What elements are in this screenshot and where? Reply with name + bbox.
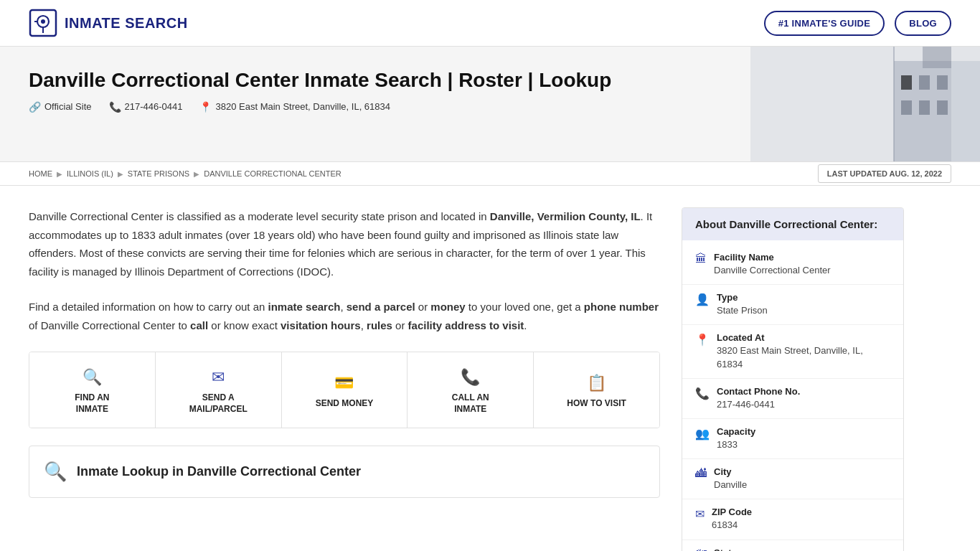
capacity-label: Capacity: [717, 426, 755, 437]
zip-icon: ✉: [695, 507, 705, 521]
logo[interactable]: INMATE SEARCH: [29, 9, 188, 37]
bc-sep-2: ▶: [118, 170, 123, 178]
description-para-1: Danville Correctional Center is classifi…: [29, 207, 660, 281]
contact-phone-label: Contact Phone No.: [717, 386, 800, 397]
about-located-at: 📍 Located At 3820 East Main Street, Danv…: [682, 325, 903, 378]
send-mail-label: SEND AMAIL/PARCEL: [189, 392, 248, 415]
official-site-link[interactable]: 🔗 Official Site: [29, 101, 92, 113]
action-cards: 🔍 FIND ANINMATE ✉ SEND AMAIL/PARCEL 💳 SE…: [29, 352, 660, 428]
about-state: 🗺 State Illinois (IL): [682, 540, 903, 552]
type-value: State Prison: [717, 304, 768, 317]
located-at-label: Located At: [717, 332, 890, 343]
header-nav: #1 INMATE'S GUIDE BLOG: [764, 11, 951, 36]
type-icon: 👤: [695, 293, 710, 306]
send-money-card[interactable]: 💳 SEND MONEY: [282, 352, 408, 428]
find-inmate-card[interactable]: 🔍 FIND ANINMATE: [29, 352, 156, 428]
phone-meta: 📞 217-446-0441: [109, 101, 183, 113]
call-inmate-icon: 📞: [461, 368, 480, 387]
blog-button[interactable]: BLOG: [895, 11, 951, 36]
find-inmate-icon: 🔍: [83, 368, 102, 387]
state-icon: 🗺: [695, 548, 707, 552]
hero-content: Danville Correctional Center Inmate Sear…: [0, 47, 646, 137]
zip-label: ZIP Code: [712, 507, 752, 517]
address-meta: 📍 3820 East Main Street, Danville, IL, 6…: [199, 101, 390, 113]
page-title: Danville Correctional Center Inmate Sear…: [29, 68, 617, 93]
lookup-search-icon: 🔍: [44, 461, 67, 483]
hero-background-image: [750, 47, 980, 161]
about-contact-phone: 📞 Contact Phone No. 217-446-0441: [682, 379, 903, 419]
main-layout: Danville Correctional Center is classifi…: [0, 186, 933, 551]
call-inmate-card[interactable]: 📞 CALL ANINMATE: [407, 352, 534, 428]
city-icon: 🏙: [695, 467, 707, 480]
svg-rect-12: [919, 100, 930, 115]
send-mail-card[interactable]: ✉ SEND AMAIL/PARCEL: [156, 352, 282, 428]
lookup-title: Inmate Lookup in Danville Correctional C…: [77, 464, 361, 479]
description-para-2: Find a detailed information on how to ca…: [29, 298, 660, 334]
contact-phone-icon: 📞: [695, 387, 710, 400]
guide-button[interactable]: #1 INMATE'S GUIDE: [764, 11, 885, 36]
inmate-lookup-section: 🔍 Inmate Lookup in Danville Correctional…: [29, 446, 660, 498]
about-box-body: 🏛 Facility Name Danville Correctional Ce…: [682, 240, 903, 551]
zip-value: 61834: [712, 519, 752, 532]
contact-phone-value: 217-446-0441: [717, 398, 800, 411]
link-icon: 🔗: [29, 101, 41, 113]
about-facility-name: 🏛 Facility Name Danville Correctional Ce…: [682, 245, 903, 285]
how-to-visit-card[interactable]: 📋 HOW TO VISIT: [534, 352, 659, 428]
breadcrumb-home[interactable]: HOME: [29, 169, 52, 178]
bc-sep-3: ▶: [194, 170, 199, 178]
city-value: Danville: [714, 479, 747, 491]
svg-rect-10: [937, 75, 948, 90]
logo-icon: [29, 9, 57, 37]
facility-name-value: Danville Correctional Center: [714, 264, 831, 277]
breadcrumb-illinois[interactable]: ILLINOIS (IL): [67, 169, 113, 178]
send-money-label: SEND MONEY: [316, 398, 374, 410]
about-city: 🏙 City Danville: [682, 459, 903, 499]
send-money-icon: 💳: [334, 374, 354, 392]
sidebar: About Danville Correctional Center: 🏛 Fa…: [682, 207, 904, 551]
hero-section: Danville Correctional Center Inmate Sear…: [0, 47, 980, 161]
breadcrumb-current: DANVILLE CORRECTIONAL CENTER: [204, 169, 341, 178]
bc-sep-1: ▶: [57, 170, 62, 178]
svg-rect-8: [901, 75, 912, 90]
phone-icon: 📞: [109, 101, 121, 113]
svg-rect-13: [937, 100, 948, 115]
capacity-value: 1833: [717, 438, 755, 451]
hero-phone: 217-446-0441: [125, 101, 183, 112]
logo-text: INMATE SEARCH: [65, 15, 188, 32]
svg-rect-7: [923, 47, 951, 68]
breadcrumb-state-prisons[interactable]: STATE PRISONS: [128, 169, 189, 178]
svg-point-2: [41, 19, 45, 24]
about-box-header: About Danville Correctional Center:: [682, 208, 903, 240]
state-label: State: [714, 547, 756, 552]
main-content: Danville Correctional Center is classifi…: [29, 207, 660, 551]
breadcrumb-row: HOME ▶ ILLINOIS (IL) ▶ STATE PRISONS ▶ D…: [0, 161, 980, 186]
located-at-value: 3820 East Main Street, Danville, IL, 618…: [717, 344, 890, 370]
facility-name-label: Facility Name: [714, 252, 831, 263]
find-inmate-label: FIND ANINMATE: [75, 392, 109, 415]
capacity-icon: 👥: [695, 427, 710, 441]
how-to-visit-label: HOW TO VISIT: [567, 398, 626, 410]
last-updated-badge: LAST UPDATED AUG. 12, 2022: [818, 164, 951, 183]
send-mail-icon: ✉: [212, 368, 225, 387]
svg-rect-9: [919, 75, 930, 90]
site-header: INMATE SEARCH #1 INMATE'S GUIDE BLOG: [0, 0, 980, 47]
facility-name-icon: 🏛: [695, 253, 707, 265]
call-inmate-label: CALL ANINMATE: [452, 392, 489, 415]
type-label: Type: [717, 292, 768, 303]
hero-address: 3820 East Main Street, Danville, IL, 618…: [215, 101, 390, 112]
about-capacity: 👥 Capacity 1833: [682, 419, 903, 459]
about-zip: ✉ ZIP Code 61834: [682, 499, 903, 540]
breadcrumb: HOME ▶ ILLINOIS (IL) ▶ STATE PRISONS ▶ D…: [29, 162, 818, 185]
about-type: 👤 Type State Prison: [682, 285, 903, 325]
official-site-label[interactable]: Official Site: [44, 101, 92, 112]
location-icon: 📍: [199, 101, 212, 113]
svg-rect-11: [901, 100, 912, 115]
svg-rect-14: [951, 61, 980, 161]
location-at-icon: 📍: [695, 333, 710, 347]
about-box: About Danville Correctional Center: 🏛 Fa…: [682, 207, 904, 551]
city-label: City: [714, 466, 747, 477]
hero-meta: 🔗 Official Site 📞 217-446-0441 📍 3820 Ea…: [29, 101, 617, 113]
how-to-visit-icon: 📋: [587, 374, 606, 392]
